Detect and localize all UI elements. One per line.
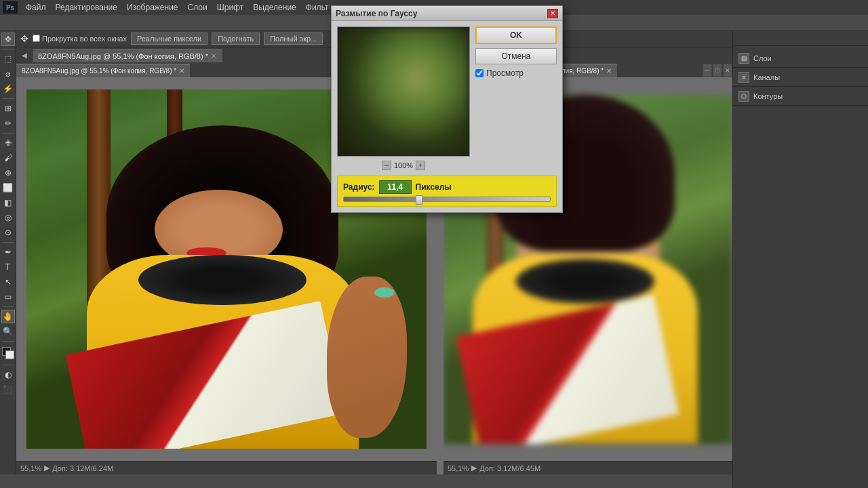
radius-value-input[interactable]	[379, 180, 412, 194]
preview-zoom-level: 100%	[394, 161, 413, 169]
radius-section: Радиус: Пикселы	[332, 176, 562, 212]
radius-slider-thumb[interactable]	[416, 195, 422, 205]
dialog-preview-image	[337, 26, 470, 157]
dialog-title: Размытие по Гауссу	[336, 9, 417, 18]
radius-label: Радиус:	[343, 182, 375, 192]
ok-button[interactable]: OK	[475, 26, 557, 44]
radius-slider-track[interactable]	[343, 197, 551, 202]
radius-panel: Радиус: Пикселы	[337, 176, 557, 207]
dialog-close-button[interactable]: ✕	[547, 9, 558, 18]
preview-navigation: ─ 100% +	[337, 161, 470, 170]
preview-checkbox-row: Просмотр	[475, 68, 557, 78]
dialog-overlay: Размытие по Гауссу ✕ ─ 100% + OK Отмена	[0, 0, 868, 488]
gaussian-blur-dialog: Размытие по Гауссу ✕ ─ 100% + OK Отмена	[331, 5, 563, 213]
preview-zoom-in[interactable]: +	[416, 161, 425, 170]
dialog-titlebar[interactable]: Размытие по Гауссу ✕	[332, 6, 562, 21]
cancel-button[interactable]: Отмена	[475, 48, 557, 64]
preview-blurred-content	[338, 27, 469, 156]
preview-checkbox[interactable]	[475, 69, 484, 77]
radius-input-row: Радиус: Пикселы	[343, 180, 551, 194]
preview-zoom-out[interactable]: ─	[382, 161, 391, 170]
radius-unit-label: Пикселы	[416, 182, 452, 192]
dialog-controls: OK Отмена Просмотр	[475, 26, 557, 170]
preview-label: Просмотр	[486, 68, 524, 78]
dialog-preview-section: ─ 100% +	[337, 26, 470, 170]
dialog-body: ─ 100% + OK Отмена Просмотр	[332, 21, 562, 176]
